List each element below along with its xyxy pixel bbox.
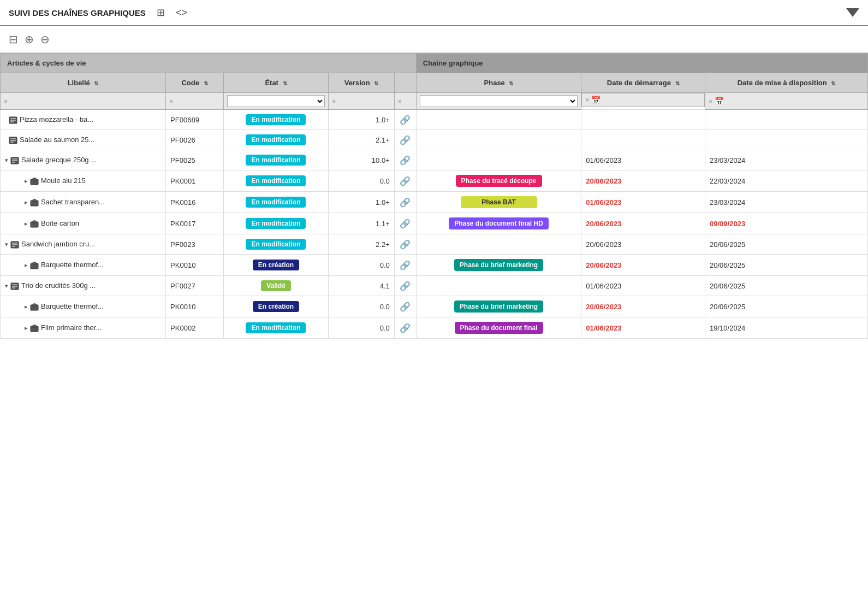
col-libelle[interactable]: Libellé ⇅ [1, 73, 166, 93]
group-header-row: Articles & cycles de vie Chaîne graphiqu… [1, 54, 868, 73]
link-icon[interactable]: 🔗 [400, 176, 411, 186]
expand-btn[interactable]: ▸ [25, 325, 28, 332]
expand-down-icon[interactable]: ⊕ [25, 33, 34, 46]
phase-cell [416, 276, 581, 296]
col-date-mise[interactable]: Date de mise à disposition ⇅ [705, 73, 868, 93]
version-cell: 0.0 [329, 296, 395, 317]
svg-rect-15 [33, 199, 36, 202]
code-icon[interactable]: <> [176, 7, 187, 19]
table-row: Pizza mozzarella - ba... PF00689 En modi… [1, 110, 868, 130]
col-etat[interactable]: État ⇅ [223, 73, 328, 93]
expand-up-icon[interactable]: ⊖ [40, 33, 50, 46]
libelle-text: Barquette thermof... [41, 261, 104, 269]
expand-btn[interactable]: ▾ [5, 282, 8, 290]
code-cell: PK0001 [166, 170, 224, 192]
libelle-text: Trio de crudités 300g ... [21, 281, 96, 290]
version-cell: 0.0 [329, 317, 395, 339]
main-table: Articles & cycles de vie Chaîne graphiqu… [0, 53, 868, 339]
date-demarrage-cell: 20/06/2023 [581, 170, 705, 192]
expand-btn[interactable]: ▸ [25, 220, 28, 227]
calendar-dem-icon[interactable]: 📅 [591, 96, 601, 104]
expand-btn [5, 116, 7, 123]
link-cell[interactable]: 🔗 [394, 234, 416, 255]
expand-btn[interactable]: ▸ [25, 178, 28, 185]
date-mise-cell: 20/06/2025 [705, 234, 868, 255]
date-mise-cell: 09/09/2023 [705, 213, 868, 234]
link-icon[interactable]: 🔗 [400, 115, 411, 125]
version-cell: 1.0+ [329, 110, 395, 130]
clear-libelle-filter[interactable]: × [4, 98, 8, 105]
user-arrow [846, 8, 859, 17]
grid-icon[interactable]: ⊞ [157, 7, 165, 19]
version-cell: 10.0+ [329, 150, 395, 170]
link-icon[interactable]: 🔗 [400, 323, 411, 333]
link-icon[interactable]: 🔗 [400, 281, 411, 291]
expand-btn[interactable]: ▾ [5, 241, 8, 248]
clear-version-filter[interactable]: × [332, 98, 336, 105]
link-cell[interactable]: 🔗 [394, 150, 416, 170]
filter-libelle-cell: × [1, 93, 166, 110]
expand-btn[interactable]: ▸ [25, 262, 28, 269]
link-icon[interactable]: 🔗 [400, 261, 411, 270]
link-cell[interactable]: 🔗 [394, 213, 416, 234]
link-cell[interactable]: 🔗 [394, 317, 416, 339]
date-demarrage-cell: 20/06/2023 [581, 234, 705, 255]
etat-cell: En modification [223, 192, 328, 213]
code-cell: PK0017 [166, 213, 224, 234]
etat-cell: En modification [223, 213, 328, 234]
phase-filter-select[interactable] [420, 95, 578, 107]
link-cell[interactable]: 🔗 [394, 255, 416, 276]
link-cell[interactable]: 🔗 [394, 110, 416, 130]
etat-filter-select[interactable] [227, 95, 325, 107]
phase-badge: Phase du document final [455, 322, 543, 334]
sort-libelle-icon: ⇅ [94, 80, 98, 86]
table-row: ▾Salade grecque 250g ... PF0025 En modif… [1, 150, 868, 170]
expand-btn[interactable]: ▸ [25, 303, 28, 310]
phase-cell [416, 110, 581, 130]
clear-date-mise-filter[interactable]: × [709, 98, 712, 105]
link-cell[interactable]: 🔗 [394, 170, 416, 192]
libelle-cell: ▸Boîte carton [1, 213, 166, 234]
libelle-text: Salade grecque 250g ... [21, 156, 97, 164]
link-icon[interactable]: 🔗 [400, 240, 411, 249]
date-mise-cell: 20/06/2025 [705, 255, 868, 276]
table-row: ▸Sachet transparen... PK0016 En modifica… [1, 192, 868, 213]
etat-badge: En modification [246, 197, 306, 208]
phase-cell: Phase du document final [416, 317, 581, 339]
expand-btn[interactable]: ▸ [25, 199, 28, 206]
sort-etat-icon: ⇅ [283, 80, 287, 86]
col-code[interactable]: Code ⇅ [166, 73, 224, 93]
calendar-mise-icon[interactable]: 📅 [715, 97, 724, 105]
etat-cell: En modification [223, 317, 328, 339]
link-cell[interactable]: 🔗 [394, 130, 416, 150]
code-cell: PF0027 [166, 276, 224, 296]
libelle-cell: Salade au saumon 25... [1, 130, 166, 150]
col-version[interactable]: Version ⇅ [329, 73, 395, 93]
clear-code-filter[interactable]: × [169, 98, 173, 105]
col-date-demarrage[interactable]: Date de démarrage ⇅ [581, 73, 705, 93]
link-icon[interactable]: 🔗 [400, 219, 411, 228]
collapse-icon[interactable]: ⊟ [9, 33, 18, 46]
table-row: ▸Moule alu 215 PK0001 En modification 0.… [1, 170, 868, 192]
etat-badge: En modification [246, 134, 306, 145]
link-icon[interactable]: 🔗 [400, 302, 411, 311]
clear-link-filter[interactable]: × [398, 98, 402, 105]
link-cell[interactable]: 🔗 [394, 296, 416, 317]
filter-phase-cell [416, 93, 581, 110]
col-phase[interactable]: Phase ⇅ [416, 73, 581, 93]
link-icon[interactable]: 🔗 [400, 135, 411, 145]
version-cell: 2.1+ [329, 130, 395, 150]
libelle-text: Pizza mozzarella - ba... [20, 115, 93, 123]
link-icon[interactable]: 🔗 [400, 156, 411, 165]
expand-btn[interactable]: ▾ [5, 157, 8, 164]
link-cell[interactable]: 🔗 [394, 276, 416, 296]
app-header: SUIVI DES CHAÎNES GRAPHIQUES ⊞ <> [0, 0, 868, 26]
link-cell[interactable]: 🔗 [394, 192, 416, 213]
clear-date-dem-filter[interactable]: × [585, 96, 589, 104]
sort-code-icon: ⇅ [204, 80, 208, 86]
date-mise-cell: 20/06/2025 [705, 276, 868, 296]
code-cell: PF0023 [166, 234, 224, 255]
link-icon[interactable]: 🔗 [400, 198, 411, 207]
date-demarrage-cell: 01/06/2023 [581, 150, 705, 170]
phase-cell: Phase du brief marketing [416, 255, 581, 276]
